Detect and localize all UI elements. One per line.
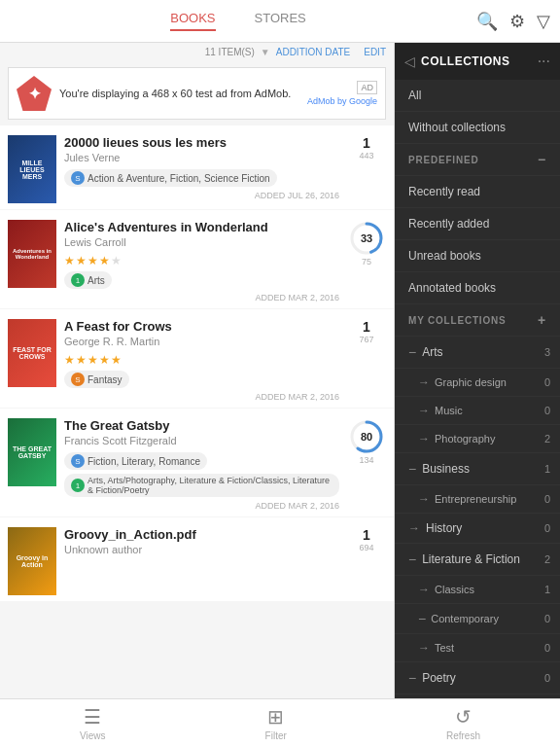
collection-item-business[interactable]: − Business 1 xyxy=(395,453,560,485)
list-item[interactable]: FEAST FOR CROWS A Feast for Crows George… xyxy=(0,309,394,408)
bottom-refresh-button[interactable]: ↺ Refresh xyxy=(446,705,480,741)
sort-bar: 11 ITEM(S) ▼ ADDITION DATE EDIT xyxy=(0,43,394,61)
tab-stores[interactable]: STORES xyxy=(255,11,306,31)
arrow-icon: → xyxy=(418,641,430,655)
tag-icon-orange: S xyxy=(71,373,85,386)
collection-sub-item-classics[interactable]: → Classics 1 xyxy=(395,576,560,604)
bottom-filter-button[interactable]: ⊞ Filter xyxy=(265,705,287,741)
star-row: ★ ★ ★ ★ ★ xyxy=(64,254,339,267)
collection-sub-item-test[interactable]: → Test 0 xyxy=(395,634,560,662)
collection-sub-item-photography[interactable]: → Photography 2 xyxy=(395,425,560,453)
tag-icon-green: 1 xyxy=(71,479,85,492)
tag: S Fantasy xyxy=(64,371,129,388)
items-count: 11 ITEM(S) xyxy=(205,47,255,57)
book-right: 80 134 xyxy=(347,418,386,511)
filter-label: Filter xyxy=(265,730,287,741)
panel-more-icon[interactable]: ··· xyxy=(538,53,550,70)
tag-icon-blue: S xyxy=(71,454,85,468)
tab-books[interactable]: BOOKS xyxy=(170,11,215,31)
collection-sub-item-entrepreneurship[interactable]: → Entrepreneurship 0 xyxy=(395,485,560,514)
sub-item-label: Entrepreneurship xyxy=(435,493,516,505)
book-count-num: 1 xyxy=(363,319,370,335)
collection-item-lit-fiction-left: − Literature & Fiction xyxy=(408,551,520,567)
tag: S Action & Aventure, Fiction, Science Fi… xyxy=(64,169,277,187)
collection-item-poetry[interactable]: − Poetry 0 xyxy=(395,662,560,694)
settings-icon[interactable]: ⚙ xyxy=(509,11,525,32)
filter-icon[interactable]: ▽ xyxy=(537,11,550,32)
sub-left: → Graphic design xyxy=(418,375,507,389)
collection-business-label: Business xyxy=(422,462,470,476)
collection-item-arts-left: − Arts xyxy=(408,344,443,360)
sidebar-item-without-collections[interactable]: Without collections xyxy=(395,112,560,144)
predefined-collapse-button[interactable]: − xyxy=(538,152,546,167)
star-2: ★ xyxy=(76,353,87,367)
star-4: ★ xyxy=(99,353,110,367)
sub-left: → Photography xyxy=(418,432,495,445)
book-info: 20000 lieues sous les mers Jules Verne S… xyxy=(64,135,339,203)
list-item[interactable]: Adventures in Wonderland Alice's Adventu… xyxy=(0,210,394,308)
panel-header: ◁ COLLECTIONS ··· xyxy=(395,43,560,80)
book-count-sub: 694 xyxy=(359,543,373,552)
sub-item-label: Test xyxy=(435,642,454,654)
collapse-arts-button[interactable]: − xyxy=(408,344,416,360)
book-title: Groovy_in_Action.pdf xyxy=(64,527,339,542)
search-icon[interactable]: 🔍 xyxy=(476,11,498,32)
collection-item-arts[interactable]: − Arts 3 xyxy=(395,337,560,369)
sidebar-item-all[interactable]: All xyxy=(395,80,560,112)
tag-label-2: Arts, Arts/Photography, Literature & Fic… xyxy=(88,476,332,495)
sub-item-label: Contemporary xyxy=(431,613,499,624)
star-row: ★ ★ ★ ★ ★ xyxy=(64,353,339,367)
collection-sub-item-contemporary[interactable]: − Contemporary 0 xyxy=(395,604,560,634)
sub-item-count: 2 xyxy=(544,433,550,445)
add-collection-button[interactable]: + xyxy=(538,312,546,328)
ad-text: You're displaying a 468 x 60 test ad fro… xyxy=(59,88,299,99)
collection-sub-item-music[interactable]: → Music 0 xyxy=(395,397,560,425)
sub-item-count: 1 xyxy=(544,584,550,595)
sidebar-item-unread-books[interactable]: Unread books xyxy=(395,240,560,272)
panel-chevron-icon[interactable]: ◁ xyxy=(404,53,415,69)
sidebar-item-recently-added[interactable]: Recently added xyxy=(395,208,560,240)
sort-value[interactable]: ADDITION DATE xyxy=(276,47,350,57)
predefined-label: PREDEFINED xyxy=(408,155,478,165)
book-cover: Adventures in Wonderland xyxy=(8,220,56,288)
sidebar-item-recently-read[interactable]: Recently read xyxy=(395,176,560,208)
star-2: ★ xyxy=(76,254,87,267)
bottom-views-button[interactable]: ☰ Views xyxy=(80,705,106,741)
sub-item-label: Graphic design xyxy=(435,376,507,388)
collapse-contemporary-button[interactable]: − xyxy=(418,611,426,626)
collapse-poetry-button[interactable]: − xyxy=(408,670,416,686)
list-item[interactable]: MILLE LIEUES MERS 20000 lieues sous les … xyxy=(0,125,394,209)
added-date: ADDED MAR 2, 2016 xyxy=(64,501,339,511)
collection-arts-label: Arts xyxy=(422,345,442,359)
collection-sub-item-graphic-design[interactable]: → Graphic design 0 xyxy=(395,369,560,397)
book-count-box: 1 694 xyxy=(347,527,386,595)
list-item[interactable]: THE GREAT GATSBY The Great Gatsby Franci… xyxy=(0,409,394,516)
star-4: ★ xyxy=(99,254,110,267)
right-panel: ◁ COLLECTIONS ··· All Without collection… xyxy=(395,43,560,698)
sub-item-label: Classics xyxy=(435,584,474,595)
star-5: ★ xyxy=(111,254,122,267)
tag-row: 1 Arts xyxy=(64,271,339,289)
list-item[interactable]: Groovy in Action Groovy_in_Action.pdf Un… xyxy=(0,517,394,601)
sidebar-item-annotated-books[interactable]: Annotated books xyxy=(395,272,560,304)
tag-2: 1 Arts, Arts/Photography, Literature & F… xyxy=(64,474,339,497)
collapse-business-button[interactable]: − xyxy=(408,461,416,477)
arrow-icon: → xyxy=(418,404,430,417)
added-date: ADDED MAR 2, 2016 xyxy=(64,392,339,402)
my-collections-label: MY COLLECTIONS xyxy=(408,315,506,326)
collection-item-history[interactable]: → History 0 xyxy=(395,514,560,544)
book-title: A Feast for Crows xyxy=(64,319,339,334)
collection-poetry-count: 0 xyxy=(544,672,550,684)
bottom-bar: ☰ Views ⊞ Filter ↺ Refresh xyxy=(0,698,560,747)
collection-business-count: 1 xyxy=(544,463,550,475)
filter-icon: ⊞ xyxy=(267,705,284,729)
sub-left: → Classics xyxy=(418,583,474,596)
book-cover: MILLE LIEUES MERS xyxy=(8,135,56,203)
collapse-lit-fiction-button[interactable]: − xyxy=(408,551,416,567)
progress-circle: 80 xyxy=(348,418,385,455)
book-list: 11 ITEM(S) ▼ ADDITION DATE EDIT ✦ You're… xyxy=(0,43,395,698)
star-3: ★ xyxy=(88,254,98,267)
collection-item-lit-fiction[interactable]: − Literature & Fiction 2 xyxy=(395,544,560,576)
edit-button[interactable]: EDIT xyxy=(364,47,386,57)
collection-poetry-label: Poetry xyxy=(422,671,456,685)
